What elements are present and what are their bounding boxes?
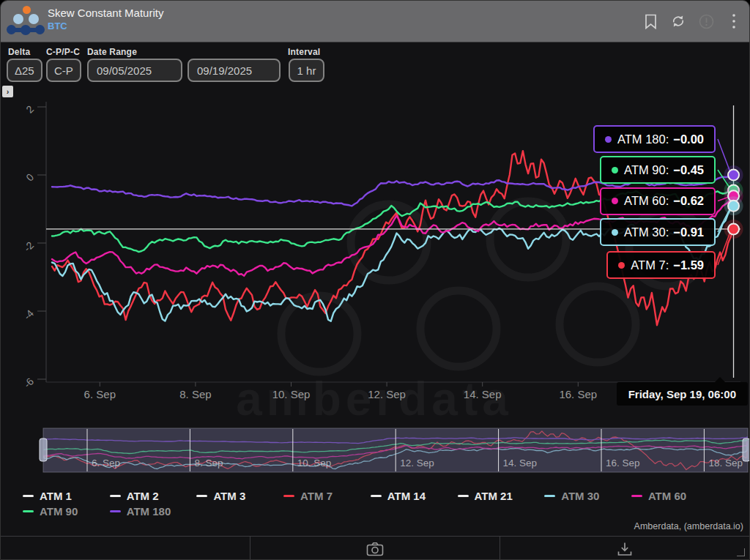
navigator-axis-label: 14. Sep bbox=[503, 458, 538, 468]
bottom-toolbar bbox=[1, 536, 749, 560]
marker-halo bbox=[724, 220, 743, 239]
navigator-axis-label: 10. Sep bbox=[297, 458, 332, 468]
legend-label: ATM 3 bbox=[213, 490, 245, 502]
tooltip-series-value: −1.59 bbox=[673, 258, 704, 272]
tooltip-atm-60: ATM 60:−0.62 bbox=[600, 187, 716, 215]
cp-select[interactable]: C-P bbox=[46, 59, 81, 82]
bookmark-icon[interactable] bbox=[642, 13, 658, 29]
y-axis-label: -6 bbox=[21, 376, 36, 390]
tooltip-series-label: ATM 60: bbox=[624, 194, 669, 208]
logo-dot-lightblue bbox=[29, 14, 39, 24]
delta-select[interactable]: Δ25 bbox=[7, 59, 42, 82]
legend-item-atm-60[interactable]: ATM 60 bbox=[631, 490, 686, 501]
tooltip-series-label: ATM 90: bbox=[624, 163, 669, 177]
tooltip-series-value: −0.45 bbox=[673, 163, 704, 177]
x-axis-label: 14. Sep bbox=[464, 388, 502, 400]
series-marker bbox=[728, 201, 739, 212]
download-button[interactable] bbox=[500, 537, 749, 560]
tooltip-series-value: −0.00 bbox=[673, 132, 704, 146]
svg-text:amberdata: amberdata bbox=[236, 373, 513, 425]
legend-label: ATM 30 bbox=[561, 490, 599, 502]
sidebar-expander-button[interactable]: › bbox=[2, 86, 13, 97]
delta-label: Delta bbox=[8, 47, 30, 57]
y-axis-label: 0 bbox=[23, 171, 36, 184]
download-icon bbox=[617, 542, 633, 556]
date-tooltip-text: Friday, Sep 19, 06:00 bbox=[628, 388, 736, 400]
legend-item-atm-21[interactable]: ATM 21 bbox=[458, 490, 513, 501]
legend-item-atm-180[interactable]: ATM 180 bbox=[110, 505, 171, 517]
series-marker bbox=[728, 184, 739, 195]
tooltip-series-dot bbox=[612, 229, 618, 236]
navigator-handle-left[interactable] bbox=[40, 438, 47, 461]
legend-item-atm-3[interactable]: ATM 3 bbox=[196, 490, 245, 501]
navigator-axis-label: 16. Sep bbox=[606, 458, 640, 468]
legend-item-atm-14[interactable]: ATM 14 bbox=[371, 490, 426, 501]
tooltip-series-value: −0.91 bbox=[673, 225, 704, 239]
date-start-input[interactable]: 09/05/2025 bbox=[87, 59, 182, 82]
x-axis-label: 8. Sep bbox=[179, 388, 211, 400]
navigator-track[interactable] bbox=[43, 428, 748, 472]
tooltip-series-dot bbox=[612, 198, 618, 204]
legend-label: ATM 14 bbox=[387, 490, 426, 502]
tooltip-atm-7: ATM 7:−1.59 bbox=[606, 251, 716, 279]
x-axis-label: 6. Sep bbox=[84, 388, 116, 400]
page-title: Skew Constant Maturity bbox=[48, 7, 163, 19]
tooltip-connector bbox=[718, 139, 732, 175]
legend-item-atm-2[interactable]: ATM 2 bbox=[110, 490, 159, 501]
legend-label: ATM 1 bbox=[40, 490, 72, 502]
legend-item-atm-1[interactable]: ATM 1 bbox=[23, 490, 72, 501]
legend-swatch bbox=[23, 510, 34, 512]
chart-credit-link[interactable]: Amberdata, (amberdata.io) bbox=[634, 521, 743, 531]
screenshot-button[interactable] bbox=[250, 537, 500, 560]
kebab-menu-icon[interactable] bbox=[726, 13, 742, 29]
date-tooltip: Friday, Sep 19, 06:00 bbox=[617, 382, 748, 406]
series-marker bbox=[728, 170, 739, 181]
marker-halo bbox=[724, 196, 743, 215]
legend-swatch bbox=[371, 495, 382, 497]
asset-subtitle: BTC bbox=[48, 20, 67, 31]
navigator-selection[interactable] bbox=[43, 428, 748, 472]
marker-halo bbox=[724, 181, 743, 200]
legend-swatch bbox=[544, 495, 555, 497]
legend-item-atm-90[interactable]: ATM 90 bbox=[23, 505, 78, 517]
info-icon[interactable] bbox=[698, 13, 714, 29]
marker-halo bbox=[724, 187, 743, 206]
resize-corner[interactable] bbox=[737, 548, 745, 556]
tooltip-atm-90: ATM 90:−0.45 bbox=[600, 156, 716, 184]
toolbar-section-left[interactable] bbox=[1, 537, 250, 560]
legend-item-atm-30[interactable]: ATM 30 bbox=[544, 490, 599, 501]
logo-dot-lightblue bbox=[13, 14, 23, 24]
tooltip-series-label: ATM 180: bbox=[617, 132, 669, 146]
legend-swatch bbox=[110, 495, 121, 497]
app-window: Skew Constant Maturity BTC bbox=[0, 0, 750, 560]
marker-halo bbox=[724, 165, 743, 184]
tooltip-series-label: ATM 7: bbox=[631, 258, 669, 272]
tooltip-atm-30: ATM 30:−0.91 bbox=[600, 218, 716, 246]
tooltip-series-dot bbox=[605, 136, 612, 143]
navigator-series-atm-60 bbox=[44, 441, 747, 459]
x-axis-label: 16. Sep bbox=[559, 388, 597, 400]
logo-dot-orange bbox=[23, 6, 31, 14]
tooltip-series-label: ATM 30: bbox=[624, 225, 669, 239]
date-end-input[interactable]: 09/19/2025 bbox=[188, 59, 281, 82]
navigator-axis-label: 6. Sep bbox=[92, 458, 120, 468]
cp-label: C-P/P-C bbox=[46, 47, 80, 57]
legend-swatch bbox=[196, 495, 207, 497]
interval-select[interactable]: 1 hr bbox=[289, 59, 324, 82]
tooltip-arrow bbox=[715, 377, 725, 382]
legend-label: ATM 21 bbox=[475, 490, 513, 502]
tooltip-series-dot bbox=[612, 167, 618, 173]
tooltip-series-dot bbox=[618, 262, 625, 269]
navigator-handle-right[interactable] bbox=[743, 438, 750, 461]
tooltip-connector bbox=[718, 229, 732, 265]
tooltip-connector bbox=[718, 196, 732, 201]
y-axis-label: -2 bbox=[21, 239, 36, 254]
series-marker bbox=[728, 223, 739, 234]
y-axis-label: -4 bbox=[21, 307, 36, 322]
y-axis-label: 2 bbox=[23, 103, 36, 116]
navigator-axis-label: 8. Sep bbox=[194, 458, 223, 468]
date-range-label: Date Range bbox=[87, 47, 137, 57]
refresh-icon[interactable] bbox=[670, 13, 686, 29]
legend-item-atm-7[interactable]: ATM 7 bbox=[283, 490, 333, 501]
interval-label: Interval bbox=[288, 47, 320, 57]
